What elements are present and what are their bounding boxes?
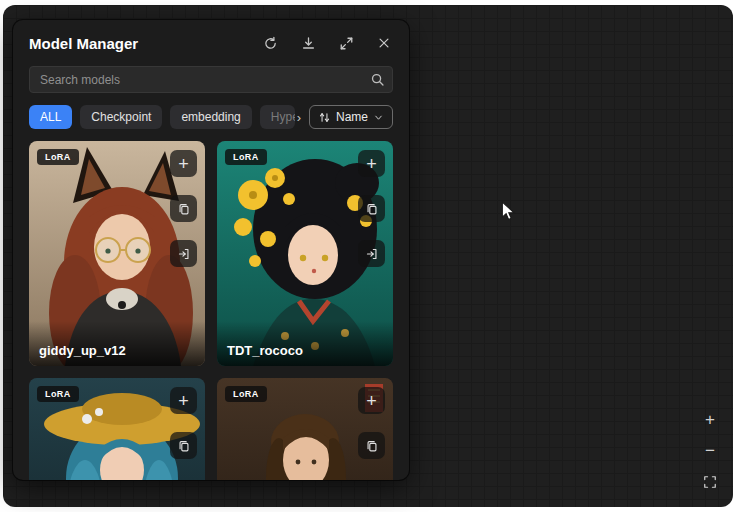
sort-label: Name [336,110,368,124]
sort-icon [318,111,331,124]
copy-model-button[interactable] [170,195,197,222]
model-card[interactable]: LoRA + TDT_rococo [217,141,393,366]
sort-button[interactable]: Name [309,105,393,129]
expand-icon [339,36,354,51]
model-type-badge: LoRA [37,149,79,165]
model-type-badge: LoRA [37,386,79,402]
add-model-button[interactable]: + [358,387,385,414]
model-type-badge: LoRA [225,386,267,402]
node-editor-canvas[interactable]: Model Manager [3,5,733,507]
search-input[interactable] [29,66,393,93]
filter-chip-embedding[interactable]: embedding [170,105,251,129]
model-card[interactable]: LoRA + [29,378,205,480]
import-icon [177,247,191,261]
model-name: giddy_up_v12 [29,321,205,366]
panel-title: Model Manager [29,35,261,52]
zoom-in-button[interactable]: + [699,409,721,431]
copy-model-button[interactable] [170,432,197,459]
copy-model-button[interactable] [358,195,385,222]
copy-icon [365,439,379,453]
fit-view-icon [703,475,717,489]
search-bar [29,66,393,93]
add-model-button[interactable]: + [170,150,197,177]
chevron-right-icon[interactable]: › [297,110,301,125]
model-card[interactable]: LoRA + giddy_up_v12 [29,141,205,366]
mouse-cursor-icon [500,201,518,225]
copy-icon [177,439,191,453]
zoom-out-button[interactable]: − [699,440,721,462]
copy-model-button[interactable] [358,432,385,459]
refresh-icon [263,36,278,51]
add-model-button[interactable]: + [170,387,197,414]
filter-row: ALL Checkpoint embedding Hype › Name [29,105,393,129]
model-manager-panel: Model Manager [13,20,409,480]
canvas-zoom-controls: + − [699,409,721,493]
copy-icon [177,202,191,216]
close-button[interactable] [375,34,393,52]
filter-chip-hype[interactable]: Hype [260,105,295,129]
search-icon [370,72,385,91]
import-model-button[interactable] [170,240,197,267]
model-card-grid: LoRA + giddy_up_v12 [29,141,393,480]
model-type-badge: LoRA [225,149,267,165]
download-icon [301,36,316,51]
filter-chip-all[interactable]: ALL [29,105,72,129]
copy-icon [365,202,379,216]
close-icon [377,36,391,50]
add-model-button[interactable]: + [358,150,385,177]
expand-button[interactable] [337,34,355,52]
refresh-button[interactable] [261,34,279,52]
panel-header-actions [261,34,393,52]
fit-view-button[interactable] [699,471,721,493]
model-name: TDT_rococo [217,321,393,366]
download-button[interactable] [299,34,317,52]
filter-chip-checkpoint[interactable]: Checkpoint [80,105,162,129]
import-model-button[interactable] [358,240,385,267]
import-icon [365,247,379,261]
model-card[interactable]: LoRA + [217,378,393,480]
chevron-down-icon [373,112,384,123]
panel-header: Model Manager [13,20,409,60]
